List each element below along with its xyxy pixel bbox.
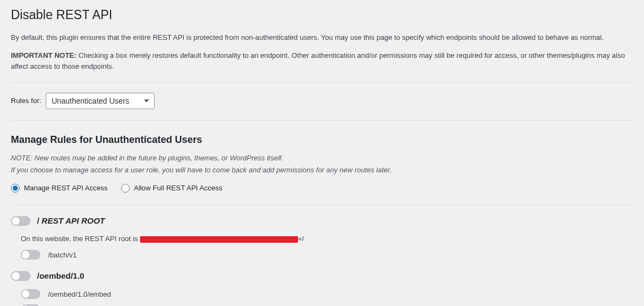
intro-section: By default, this plugin ensures that the… <box>11 32 633 83</box>
route-group-root: / REST API ROOT On this website, the RES… <box>11 215 633 261</box>
sub-route-label-proxy: /oembed/1.0/proxy <box>48 304 107 306</box>
rules-for-section: Rules for: Unauthenticated Users <box>11 93 633 121</box>
radio-option-manage: Manage REST API Access <box>11 183 108 194</box>
route-description-root: On this website, the REST API root is =/ <box>21 233 633 244</box>
access-radio-group: Manage REST API Access Allow Full REST A… <box>11 183 633 205</box>
sub-route-label-embed: /oembed/1.0/embed <box>48 289 111 300</box>
sub-route-batch: /batch/v1 <box>21 250 633 261</box>
sub-route-oembed-embed: /oembed/1.0/embed <box>21 289 633 300</box>
redacted-url <box>140 236 298 243</box>
rules-for-select-wrapper: Unauthenticated Users <box>46 93 155 109</box>
radio-allow[interactable] <box>121 184 130 193</box>
sub-route-label-batch: /batch/v1 <box>48 250 77 261</box>
sub-route-oembed-proxy: /oembed/1.0/proxy <box>21 304 633 306</box>
manage-heading: Manage Rules for Unauthenticated Users <box>11 133 633 147</box>
toggle-batch-v1[interactable] <box>21 250 40 260</box>
important-note: IMPORTANT NOTE: Checking a box merely re… <box>11 50 633 71</box>
manage-section: Manage Rules for Unauthenticated Users N… <box>11 133 633 306</box>
toggle-oembed-embed[interactable] <box>21 289 40 299</box>
route-group-oembed: /oembed/1.0 /oembed/1.0/embed /oembed/1.… <box>11 270 633 306</box>
route-header-oembed: /oembed/1.0 <box>11 270 633 283</box>
note-line-2: If you choose to manage access for a use… <box>11 165 633 176</box>
radio-option-allow: Allow Full REST API Access <box>121 183 222 194</box>
rules-for-label: Rules for: <box>11 95 41 106</box>
toggle-root[interactable] <box>11 216 31 226</box>
important-note-label: IMPORTANT NOTE: <box>11 51 76 59</box>
radio-allow-label[interactable]: Allow Full REST API Access <box>134 183 222 194</box>
route-label-oembed: /oembed/1.0 <box>37 270 84 283</box>
intro-paragraph: By default, this plugin ensures that the… <box>11 32 633 43</box>
route-label-root: / REST API ROOT <box>37 215 105 227</box>
page-title: Disable REST API <box>11 5 633 25</box>
route-header-root: / REST API ROOT <box>11 215 633 227</box>
radio-manage[interactable] <box>11 184 20 193</box>
route-label-root-italic: REST API ROOT <box>41 216 105 225</box>
radio-manage-label[interactable]: Manage REST API Access <box>24 183 108 194</box>
toggle-oembed[interactable] <box>11 271 31 281</box>
route-desc-suffix: =/ <box>298 235 304 243</box>
rules-for-select[interactable]: Unauthenticated Users <box>46 93 155 109</box>
important-note-text: Checking a box merely restores default f… <box>11 51 625 70</box>
note-line-1: NOTE: New routes may be added in the fut… <box>11 153 633 164</box>
route-desc-prefix: On this website, the REST API root is <box>21 235 140 243</box>
